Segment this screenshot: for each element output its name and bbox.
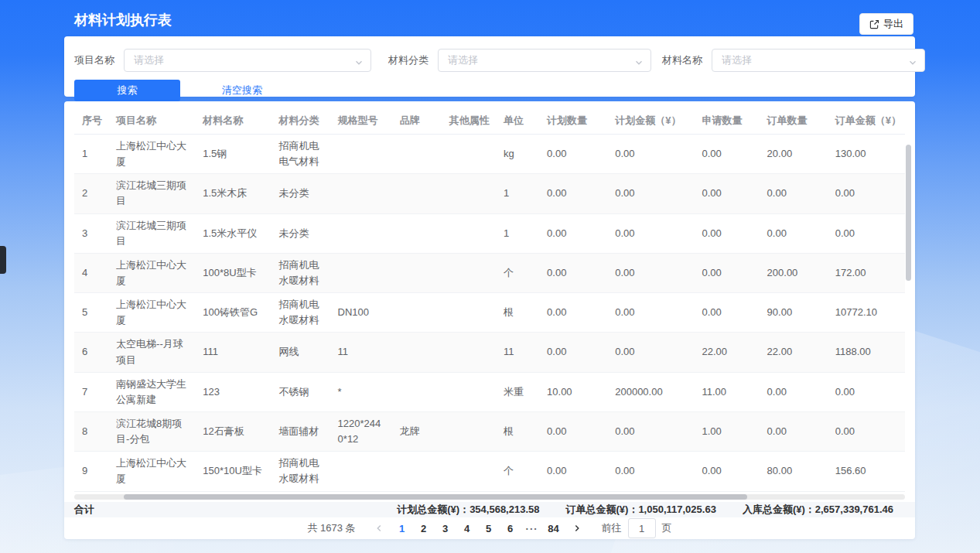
- table-row[interactable]: 6太空电梯--月球项目111网线11110.000.0022.0022.0011…: [74, 333, 905, 372]
- table-cell: 0.00: [539, 253, 607, 292]
- column-header: 其他属性: [442, 108, 496, 135]
- table-cell: 1: [496, 213, 539, 253]
- table-cell: [442, 452, 496, 491]
- table-cell: 上海松江中心大厦: [108, 293, 195, 333]
- material-name-select[interactable]: 请选择: [712, 49, 925, 72]
- material-plan-table: 序号项目名称材料名称材料分类规格型号品牌其他属性单位计划数量计划金额（¥）申请数…: [74, 108, 905, 492]
- table-cell: 不锈钢: [271, 372, 330, 411]
- column-header: 项目名称: [108, 108, 195, 135]
- page-button[interactable]: 2: [413, 517, 435, 539]
- table-cell: 2: [74, 174, 108, 213]
- table-cell: 1: [74, 135, 108, 174]
- table-cell: 156.60: [828, 452, 905, 491]
- page-button[interactable]: 84: [543, 517, 565, 539]
- horizontal-scrollbar-track[interactable]: [74, 494, 905, 500]
- order-total-amount: 订单总金额(¥)：1,050,117,025.63: [566, 503, 716, 517]
- table-cell: 1.5米木床: [195, 174, 271, 213]
- table-row[interactable]: 1上海松江中心大厦1.5钢招商机电 电气材料kg0.000.000.0020.0…: [74, 135, 905, 174]
- table-cell: 10772.10: [828, 293, 905, 333]
- table-cell: 根: [496, 293, 539, 333]
- summary-items: 计划总金额(¥)：354,568,213.58 订单总金额(¥)：1,050,1…: [397, 503, 893, 517]
- page-button[interactable]: 1: [391, 517, 413, 539]
- column-header: 材料名称: [195, 108, 271, 135]
- table-cell: [442, 174, 496, 213]
- goto-unit-label: 页: [662, 521, 672, 535]
- table-cell: 8: [74, 411, 108, 451]
- pagination-ellipsis[interactable]: ···: [521, 517, 543, 539]
- table-cell: 1220*2440*12: [330, 411, 392, 451]
- material-name-label: 材料名称: [662, 53, 702, 67]
- table-cell: 200.00: [760, 253, 828, 292]
- table-cell: 1.00: [694, 411, 759, 451]
- column-header: 计划数量: [539, 108, 607, 135]
- horizontal-scrollbar-thumb[interactable]: [124, 494, 747, 500]
- table-cell: 上海松江中心大厦: [108, 135, 195, 174]
- table-cell: 111: [195, 333, 271, 372]
- table-cell: 172.00: [828, 253, 905, 292]
- drawer-handle[interactable]: [0, 246, 6, 274]
- column-header: 订单数量: [760, 108, 828, 135]
- table-row[interactable]: 5上海松江中心大厦100铸铁管G招商机电 水暖材料DN100根0.000.000…: [74, 293, 905, 333]
- table-row[interactable]: 2滨江花城三期项目1.5米木床未分类10.000.000.000.000.00: [74, 174, 905, 213]
- table-cell: 0.00: [694, 253, 759, 292]
- page-title: 材料计划执行表: [74, 11, 172, 29]
- table-cell: 9: [74, 452, 108, 491]
- app-background: 材料计划执行表 导出 项目名称 请选择 材料分类: [0, 0, 980, 553]
- table-cell: 6: [74, 333, 108, 372]
- table-cell: 0.00: [607, 293, 694, 333]
- table-row[interactable]: 3滨江花城三期项目1.5米水平仪未分类10.000.000.000.000.00: [74, 213, 905, 253]
- table-row[interactable]: 9上海松江中心大厦150*10U型卡招商机电 水暖材料个0.000.000.00…: [74, 452, 905, 491]
- table-cell: 7: [74, 372, 108, 411]
- table-cell: 0.00: [760, 372, 828, 411]
- table-cell: 上海松江中心大厦: [108, 253, 195, 292]
- table-cell: 0.00: [607, 333, 694, 372]
- page-button[interactable]: 3: [435, 517, 456, 539]
- page-button[interactable]: 4: [456, 517, 478, 539]
- page-button[interactable]: 6: [500, 517, 521, 539]
- table-panel: 序号项目名称材料名称材料分类规格型号品牌其他属性单位计划数量计划金额（¥）申请数…: [64, 101, 915, 539]
- export-button[interactable]: 导出: [859, 13, 913, 35]
- column-header: 材料分类: [271, 108, 330, 135]
- vertical-scrollbar[interactable]: [906, 145, 911, 281]
- table-cell: 0.00: [760, 174, 828, 213]
- table-cell: 墙面辅材: [271, 411, 330, 451]
- table-cell: 0.00: [607, 135, 694, 174]
- table-cell: 20.00: [760, 135, 828, 174]
- table-cell: [392, 253, 442, 292]
- table-cell: 南钢盛达大学生公寓新建: [108, 372, 195, 411]
- table-cell: 滨江花城三期项目: [108, 213, 195, 253]
- material-category-select[interactable]: 请选择: [438, 49, 651, 72]
- table-row[interactable]: 7南钢盛达大学生公寓新建123不锈钢*米重10.00200000.0011.00…: [74, 372, 905, 411]
- table-cell: 招商机电 水暖材料: [271, 253, 330, 292]
- table-cell: [442, 411, 496, 451]
- goto-page-input[interactable]: [628, 518, 656, 538]
- table-cell: 22.00: [694, 333, 759, 372]
- search-button[interactable]: 搜索: [74, 80, 180, 101]
- summary-total-label: 合计: [74, 503, 94, 517]
- table-cell: 11.00: [694, 372, 759, 411]
- table-row[interactable]: 4上海松江中心大厦100*8U型卡招商机电 水暖材料个0.000.000.002…: [74, 253, 905, 292]
- column-header: 规格型号: [330, 108, 392, 135]
- table-cell: 个: [496, 253, 539, 292]
- table-cell: 0.00: [607, 174, 694, 213]
- table-cell: 上海松江中心大厦: [108, 452, 195, 491]
- project-name-select[interactable]: 请选择: [124, 49, 371, 72]
- table-cell: 0.00: [760, 213, 828, 253]
- table-cell: 80.00: [760, 452, 828, 491]
- table-cell: [392, 333, 442, 372]
- chevron-down-icon: [908, 56, 917, 70]
- prev-page-button[interactable]: [368, 524, 390, 533]
- table-cell: 未分类: [271, 213, 330, 253]
- page-button[interactable]: 5: [478, 517, 500, 539]
- column-header: 品牌: [392, 108, 442, 135]
- table-cell: [392, 372, 442, 411]
- table-row[interactable]: 8滨江花城8期项目-分包12石膏板墙面辅材1220*2440*12龙牌根0.00…: [74, 411, 905, 451]
- table-cell: [392, 213, 442, 253]
- table-cell: [330, 213, 392, 253]
- next-page-button[interactable]: [566, 524, 588, 533]
- clear-search-button[interactable]: 清空搜索: [200, 84, 285, 97]
- table-scroll-area: 序号项目名称材料名称材料分类规格型号品牌其他属性单位计划数量计划金额（¥）申请数…: [74, 108, 905, 500]
- chevron-down-icon: [354, 56, 364, 70]
- table-cell: 130.00: [828, 135, 905, 174]
- summary-row: 合计 计划总金额(¥)：354,568,213.58 订单总金额(¥)：1,05…: [64, 502, 915, 517]
